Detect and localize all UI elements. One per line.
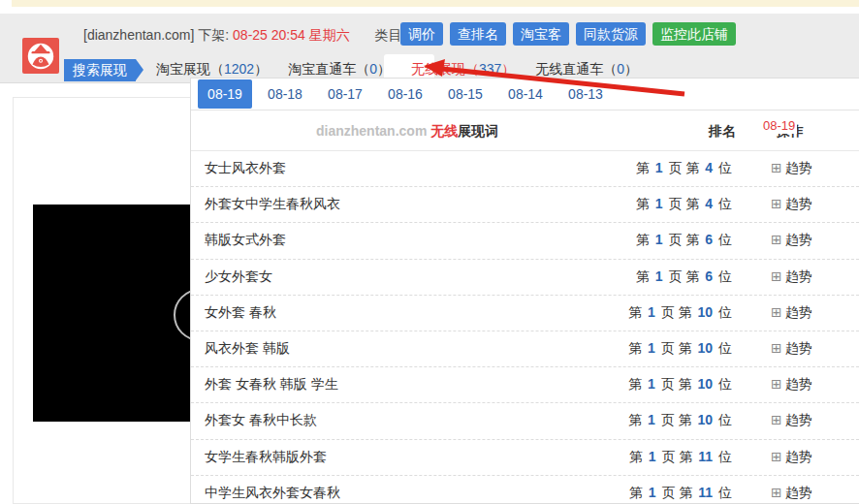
date-tabs: 08-19 08-18 08-17 08-16 08-15 08-14 08-1… <box>191 79 859 110</box>
table-row: 中学生风衣外套女春秋 第 1 页 第 11 位 ⊞趋势 <box>191 476 859 504</box>
trend-link[interactable]: ⊞趋势 <box>732 160 859 177</box>
keyword-cell: 女外套 春秋 <box>191 304 567 322</box>
table-row: 女学生春秋韩版外套 第 1 页 第 11 位 ⊞趋势 <box>191 440 859 476</box>
expand-plus-icon: ⊞ <box>771 376 782 392</box>
rank-cell: 第 1 页 第 6 位 <box>567 268 732 286</box>
trend-link[interactable]: ⊞趋势 <box>732 449 859 466</box>
blacked-out-image <box>33 205 190 422</box>
adjust-price-button[interactable]: 调价 <box>400 22 443 46</box>
table-row: 外套女中学生春秋风衣 第 1 页 第 4 位 ⊞趋势 <box>191 187 859 223</box>
table-row: 外套 女春秋 韩版 学生 第 1 页 第 10 位 ⊞趋势 <box>191 367 859 403</box>
keyword-dropdown-panel: 08-19 08-18 08-17 08-16 08-15 08-14 08-1… <box>190 78 859 504</box>
expand-plus-icon: ⊞ <box>771 268 782 284</box>
shop-status-line: [dianzhentan.com] 下架: 08-25 20:54 星期六 类目… <box>83 23 436 47</box>
keyword-cell: 外套女中学生春秋风衣 <box>191 196 567 213</box>
date-tab-0813[interactable]: 08-13 <box>556 79 616 109</box>
rank-cell: 第 1 页 第 10 位 <box>567 376 732 394</box>
dianzhentan-logo-icon <box>22 38 59 74</box>
keyword-cell: 女学生春秋韩版外套 <box>191 449 567 466</box>
trend-link[interactable]: ⊞趋势 <box>732 196 859 213</box>
action-buttons: 调价 查排名 淘宝客 同款货源 监控此店铺 <box>400 22 736 46</box>
taobaoke-button[interactable]: 淘宝客 <box>513 22 569 46</box>
rank-cell: 第 1 页 第 10 位 <box>567 304 732 322</box>
rank-cell: 第 1 页 第 4 位 <box>567 160 732 177</box>
date-tab-0816[interactable]: 08-16 <box>375 79 435 109</box>
table-header: dianzhentan.com 无线展现词 排名 操作 08-19 <box>191 110 859 151</box>
watermark-site: dianzhentan.com <box>316 123 427 139</box>
tab-wireless-exposure[interactable]: 无线展现（337） <box>411 61 515 79</box>
trend-link[interactable]: ⊞趋势 <box>732 304 859 322</box>
expand-plus-icon: ⊞ <box>771 449 782 464</box>
trend-link[interactable]: ⊞趋势 <box>732 376 859 394</box>
trend-link[interactable]: ⊞趋势 <box>732 340 859 358</box>
tab-taobao-train[interactable]: 淘宝直通车（0） <box>288 61 391 79</box>
same-source-button[interactable]: 同款货源 <box>576 22 646 46</box>
rank-cell: 第 1 页 第 10 位 <box>567 340 732 358</box>
keyword-cell: 外套 女春秋 韩版 学生 <box>191 376 567 394</box>
offshelf-label: 下架: <box>198 27 229 43</box>
expand-plus-icon: ⊞ <box>771 232 782 247</box>
tab-search-exposure[interactable]: 搜索展现 <box>64 59 136 81</box>
rank-cell: 第 1 页 第 6 位 <box>567 232 732 249</box>
keyword-cell: 少女外套女 <box>191 268 567 286</box>
check-rank-button[interactable]: 查排名 <box>450 22 506 46</box>
keyword-table: 女士风衣外套 第 1 页 第 4 位 ⊞趋势 外套女中学生春秋风衣 第 1 页 … <box>191 151 859 504</box>
expand-plus-icon: ⊞ <box>771 412 782 427</box>
table-row: 韩版女式外套 第 1 页 第 6 位 ⊞趋势 <box>191 223 859 259</box>
keyword-cell: 中学生风衣外套女春秋 <box>191 485 567 502</box>
offshelf-time: 08-25 20:54 星期六 <box>233 27 350 43</box>
keyword-cell: 风衣外套 韩版 <box>191 340 567 358</box>
keyword-cell: 女士风衣外套 <box>191 160 567 177</box>
keyword-cell: 外套女 春秋中长款 <box>191 412 567 429</box>
expand-plus-icon: ⊞ <box>771 196 782 211</box>
expand-plus-icon: ⊞ <box>771 340 782 356</box>
column-keyword-header: dianzhentan.com 无线展现词 <box>316 110 498 151</box>
rank-cell: 第 1 页 第 10 位 <box>567 412 732 429</box>
expand-plus-icon: ⊞ <box>771 304 782 320</box>
top-notice-strip <box>12 0 859 7</box>
shop-domain: [dianzhentan.com] <box>83 27 194 43</box>
trend-link[interactable]: ⊞趋势 <box>732 268 859 286</box>
rank-cell: 第 1 页 第 11 位 <box>567 485 732 502</box>
trend-link[interactable]: ⊞趋势 <box>732 412 859 429</box>
rank-cell: 第 1 页 第 4 位 <box>567 196 732 213</box>
keyword-cell: 韩版女式外套 <box>191 232 567 249</box>
date-tab-0817[interactable]: 08-17 <box>315 79 375 109</box>
tab-pointer-decoration <box>136 59 143 80</box>
table-row: 外套女 春秋中长款 第 1 页 第 10 位 ⊞趋势 <box>191 403 859 439</box>
expand-plus-icon: ⊞ <box>771 485 782 500</box>
rank-cell: 第 1 页 第 11 位 <box>567 449 732 466</box>
tab-search-exposure-label: 搜索展现 <box>73 62 127 78</box>
date-tab-0815[interactable]: 08-15 <box>435 79 495 109</box>
date-badge: 08-19 <box>761 117 797 134</box>
column-rank-header: 排名 <box>709 110 736 151</box>
trend-link[interactable]: ⊞趋势 <box>732 232 859 249</box>
expand-plus-icon: ⊞ <box>771 160 782 175</box>
trend-link[interactable]: ⊞趋势 <box>732 485 859 502</box>
tab-wireless-train[interactable]: 无线直通车（0） <box>535 61 638 79</box>
date-tab-0818[interactable]: 08-18 <box>255 79 315 109</box>
table-row: 少女外套女 第 1 页 第 6 位 ⊞趋势 <box>191 260 859 296</box>
date-tab-0819[interactable]: 08-19 <box>198 79 252 109</box>
monitor-shop-button[interactable]: 监控此店铺 <box>652 22 736 46</box>
tab-taobao-exposure[interactable]: 淘宝展现（1202） <box>156 61 268 79</box>
table-row: 女士风衣外套 第 1 页 第 4 位 ⊞趋势 <box>191 151 859 187</box>
table-row: 女外套 春秋 第 1 页 第 10 位 ⊞趋势 <box>191 296 859 331</box>
table-row: 风衣外套 韩版 第 1 页 第 10 位 ⊞趋势 <box>191 331 859 367</box>
date-tab-0814[interactable]: 08-14 <box>495 79 556 109</box>
toolbar: [dianzhentan.com] 下架: 08-25 20:54 星期六 类目… <box>0 14 859 83</box>
